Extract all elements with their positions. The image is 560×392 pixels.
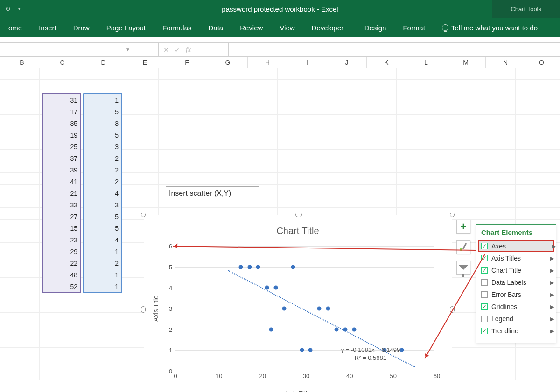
cell[interactable]: 22 [43,257,80,269]
data-point[interactable] [300,348,304,352]
checkbox-icon[interactable] [481,279,488,286]
chevron-right-icon[interactable]: ▶ [550,316,554,322]
selected-range-col-D[interactable]: 15353222435541211 [83,93,122,293]
column-header-D[interactable]: D [83,57,124,68]
chevron-right-icon[interactable]: ▶ [550,280,554,286]
resize-handle[interactable] [141,213,146,217]
cell[interactable]: 29 [43,246,80,257]
tab-format[interactable]: Format [394,18,434,37]
tell-me[interactable]: Tell me what you want to do [434,18,546,37]
chart-filters-button[interactable] [456,261,470,275]
cell[interactable]: 35 [43,117,80,129]
chart-styles-button[interactable] [456,240,470,254]
cell[interactable]: 2 [84,176,121,187]
cell[interactable]: 37 [43,152,80,164]
chart-element-chart-title[interactable]: ✓Chart Title▶ [481,264,551,276]
chevron-right-icon[interactable]: ▶ [550,292,554,298]
data-point[interactable] [239,265,243,269]
inserted-textbox[interactable]: Insert scatter (X,Y) [166,186,259,200]
column-header-B[interactable]: B [2,57,42,68]
tab-data[interactable]: Data [200,18,231,37]
fx-icon[interactable]: fx [186,46,191,54]
tab-formulas[interactable]: Formulas [154,18,200,37]
cell[interactable]: 1 [84,281,121,292]
data-point[interactable] [256,265,260,269]
cell[interactable]: 3 [84,117,121,129]
tab-view[interactable]: View [271,18,303,37]
cell[interactable]: 5 [84,211,121,222]
tab-design[interactable]: Design [356,18,395,37]
data-point[interactable] [282,307,287,311]
cell[interactable]: 2 [84,257,121,269]
cell[interactable]: 17 [43,106,80,117]
cell[interactable]: 3 [84,141,121,152]
worksheet-grid[interactable]: 3117351925373941213327152329224852153532… [0,68,560,380]
scatter-chart[interactable]: Chart Title Axis Title Axis Title y = -0… [144,215,452,392]
data-point[interactable] [308,348,313,352]
tab-developer[interactable]: Developer [303,18,352,37]
column-header-N[interactable]: N [486,57,525,68]
cell[interactable]: 27 [43,211,80,222]
column-header-C[interactable]: C [42,57,83,68]
name-box[interactable]: ▼ [0,43,135,56]
cell[interactable]: 4 [84,234,121,246]
selected-range-col-C[interactable]: 3117351925373941213327152329224852 [42,93,81,293]
chart-element-data-labels[interactable]: Data Labels▶ [481,276,551,289]
column-header-H[interactable]: H [248,57,287,68]
cell[interactable]: 5 [84,106,121,117]
chart-element-gridlines[interactable]: ✓Gridlines▶ [481,301,551,313]
cell[interactable]: 31 [43,94,80,106]
column-header-F[interactable]: F [166,57,208,68]
formula-input[interactable] [229,43,560,56]
chart-elements-flyout[interactable]: Chart Elements ✓Axes▶✓Axis Titles▶✓Chart… [476,224,556,343]
column-header-G[interactable]: G [208,57,248,68]
checkbox-icon[interactable]: ✓ [481,243,488,249]
y-axis-title[interactable]: Axis Title [152,296,160,322]
cell[interactable]: 15 [43,222,80,234]
redo-icon[interactable]: ↻ [4,5,12,13]
cell[interactable]: 1 [84,246,121,257]
checkbox-icon[interactable]: ✓ [481,303,488,310]
chevron-right-icon[interactable]: ▶ [552,243,556,249]
chevron-right-icon[interactable]: ▶ [550,268,554,274]
column-header-K[interactable]: K [367,57,406,68]
cell[interactable]: 25 [43,141,80,152]
chart-element-legend[interactable]: Legend▶ [481,313,551,325]
cell[interactable]: 41 [43,176,80,187]
cell[interactable]: 48 [43,269,80,281]
tab-draw[interactable]: Draw [65,18,98,37]
cell[interactable]: 5 [84,222,121,234]
data-point[interactable] [273,286,278,290]
chart-elements-button[interactable] [456,220,470,234]
data-point[interactable] [352,327,356,331]
checkbox-icon[interactable] [481,291,488,298]
cell[interactable]: 33 [43,199,80,211]
column-header-O[interactable]: O [525,57,558,68]
column-header-L[interactable]: L [406,57,446,68]
chart-element-axis-titles[interactable]: ✓Axis Titles▶ [481,252,551,264]
tab-page-layout[interactable]: Page Layout [98,18,154,37]
data-point[interactable] [247,265,252,269]
qat-dropdown-icon[interactable]: ▾ [15,5,23,13]
resize-handle[interactable] [450,213,455,217]
checkbox-icon[interactable] [481,316,488,322]
cell[interactable]: 19 [43,129,80,141]
data-point[interactable] [317,307,322,311]
name-box-dropdown-icon[interactable]: ▼ [126,47,130,52]
column-header-E[interactable]: E [124,57,166,68]
enter-icon[interactable]: ✓ [175,46,180,54]
column-headers[interactable]: BCDEFGHIJKLMNO [0,57,560,68]
tab-ome[interactable]: ome [0,18,30,37]
cell[interactable]: 1 [84,269,121,281]
chevron-right-icon[interactable]: ▶ [550,328,554,334]
chart-title[interactable]: Chart Title [147,226,448,236]
cell[interactable]: 23 [43,234,80,246]
data-point[interactable] [291,265,295,269]
checkbox-icon[interactable]: ✓ [481,267,488,274]
resize-handle[interactable] [295,213,302,217]
cell[interactable]: 2 [84,152,121,164]
tab-insert[interactable]: Insert [30,18,65,37]
data-point[interactable] [326,307,330,311]
column-header-J[interactable]: J [327,57,367,68]
chart-element-trendline[interactable]: ✓Trendline▶ [481,325,551,337]
